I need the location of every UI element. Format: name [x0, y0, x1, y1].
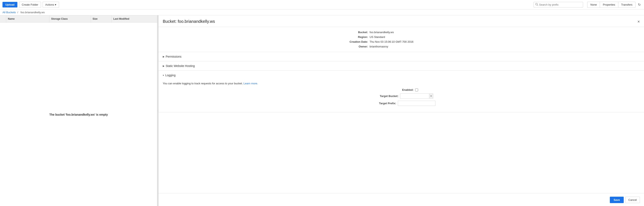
target-prefix-control [398, 101, 436, 106]
bucket-info: Bucket: foo.brianandkelly.ws Region: US … [158, 27, 644, 52]
enabled-label: Enabled: [384, 88, 414, 91]
enabled-control [415, 89, 418, 91]
col-last-modified: Last Modified [112, 15, 157, 22]
section-static-website: ▶ Static Website Hosting [158, 61, 644, 71]
all-buckets-link[interactable]: All Buckets [2, 11, 16, 14]
target-prefix-label: Target Prefix: [367, 102, 396, 105]
owner-label: Owner: [350, 45, 368, 49]
target-prefix-input[interactable] [398, 101, 436, 106]
toolbar: Upload Create Folder Actions ▾ None Prop… [0, 0, 644, 10]
search-icon [535, 3, 538, 7]
svg-line-1 [537, 5, 538, 6]
view-tab-group: None Properties Transfers [587, 2, 636, 8]
detail-header: Bucket: foo.brianandkelly.ws × [158, 15, 644, 27]
target-bucket-control: ▾ [400, 93, 433, 99]
col-storage-class: Storage Class [50, 15, 91, 22]
target-bucket-label: Target Bucket: [370, 95, 398, 98]
search-box [534, 2, 583, 8]
target-bucket-select[interactable] [400, 94, 429, 98]
target-bucket-dropdown-icon[interactable]: ▾ [429, 94, 433, 98]
static-website-chevron-icon: ▶ [163, 65, 164, 67]
save-button[interactable]: Save [610, 197, 624, 203]
target-bucket-row: Target Bucket: ▾ [163, 93, 640, 99]
empty-message: The bucket 'foo.brianandkelly.ws' is emp… [49, 113, 108, 116]
file-list-panel: Name Storage Class Size Last Modified Th… [0, 15, 158, 206]
owner-value: brianthomasroy [370, 45, 453, 49]
actions-label: Actions [45, 3, 54, 6]
permissions-label: Permissions [166, 55, 182, 58]
target-bucket-select-wrapper: ▾ [400, 93, 433, 99]
bucket-label: Bucket: [350, 30, 368, 34]
creation-date-label: Creation Date: [350, 40, 368, 44]
col-size: Size [91, 15, 112, 22]
detail-footer: Save Cancel [158, 193, 644, 206]
logging-description: You can enable logging to track requests… [163, 82, 640, 85]
logging-content: You can enable logging to track requests… [158, 80, 644, 112]
static-website-label: Static Website Hosting [166, 64, 195, 68]
logging-section-header[interactable]: ▾ Logging [158, 71, 644, 80]
permissions-chevron-icon: ▶ [163, 55, 164, 58]
actions-button[interactable]: Actions ▾ [43, 2, 59, 8]
refresh-button[interactable]: ↻ [637, 2, 642, 8]
creation-date-value: Thu Nov 03 15:06:10 GMT-700 2016 [370, 40, 453, 44]
breadcrumb-current: foo.brianandkelly.ws [20, 11, 45, 14]
enabled-row: Enabled: [163, 88, 640, 91]
permissions-section-header[interactable]: ▶ Permissions [158, 52, 644, 61]
actions-chevron-icon: ▾ [55, 3, 56, 6]
table-header: Name Storage Class Size Last Modified [0, 15, 157, 23]
close-button[interactable]: × [637, 20, 640, 24]
tab-none[interactable]: None [587, 2, 600, 8]
static-website-section-header[interactable]: ▶ Static Website Hosting [158, 61, 644, 71]
section-permissions: ▶ Permissions [158, 52, 644, 61]
enabled-checkbox[interactable] [415, 89, 418, 91]
breadcrumb-separator: / [18, 11, 18, 14]
cancel-button[interactable]: Cancel [625, 197, 640, 203]
main-layout: Name Storage Class Size Last Modified Th… [0, 15, 644, 206]
region-value: US Standard [370, 35, 453, 39]
learn-more-link[interactable]: Learn more. [244, 82, 258, 85]
detail-title: Bucket: foo.brianandkelly.ws [163, 19, 215, 24]
col-name: Name [6, 15, 50, 22]
logging-label: Logging [165, 74, 176, 77]
breadcrumb: All Buckets / foo.brianandkelly.ws [0, 10, 644, 15]
target-prefix-row: Target Prefix: [163, 101, 640, 106]
search-input[interactable] [539, 3, 581, 6]
col-checkbox [0, 15, 6, 22]
region-label: Region: [350, 35, 368, 39]
logging-chevron-icon: ▾ [163, 74, 164, 77]
bucket-value: foo.brianandkelly.ws [370, 30, 453, 34]
empty-state: The bucket 'foo.brianandkelly.ws' is emp… [0, 23, 157, 206]
detail-panel: Bucket: foo.brianandkelly.ws × Bucket: f… [158, 15, 644, 206]
info-table: Bucket: foo.brianandkelly.ws Region: US … [350, 30, 453, 49]
upload-button[interactable]: Upload [2, 2, 18, 8]
tab-properties[interactable]: Properties [600, 2, 618, 8]
create-folder-button[interactable]: Create Folder [19, 2, 41, 8]
section-logging: ▾ Logging You can enable logging to trac… [158, 71, 644, 112]
tab-transfers[interactable]: Transfers [618, 2, 636, 8]
